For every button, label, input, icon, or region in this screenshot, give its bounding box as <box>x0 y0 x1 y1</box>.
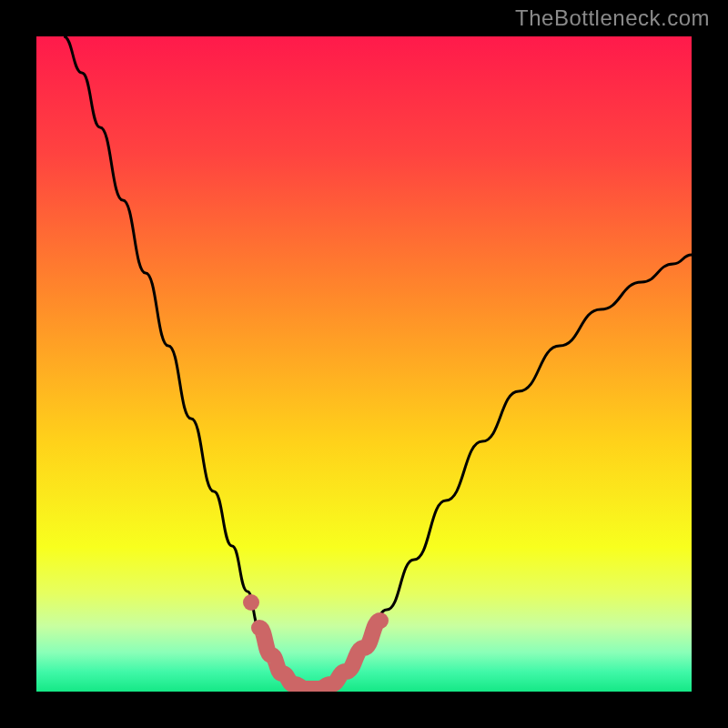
outer-frame: TheBottleneck.com <box>0 0 728 728</box>
highlight-dot <box>243 594 259 611</box>
plot-area <box>36 36 692 692</box>
chart-svg <box>36 36 692 692</box>
attribution-text: TheBottleneck.com <box>515 5 710 31</box>
gradient-background <box>36 36 692 692</box>
